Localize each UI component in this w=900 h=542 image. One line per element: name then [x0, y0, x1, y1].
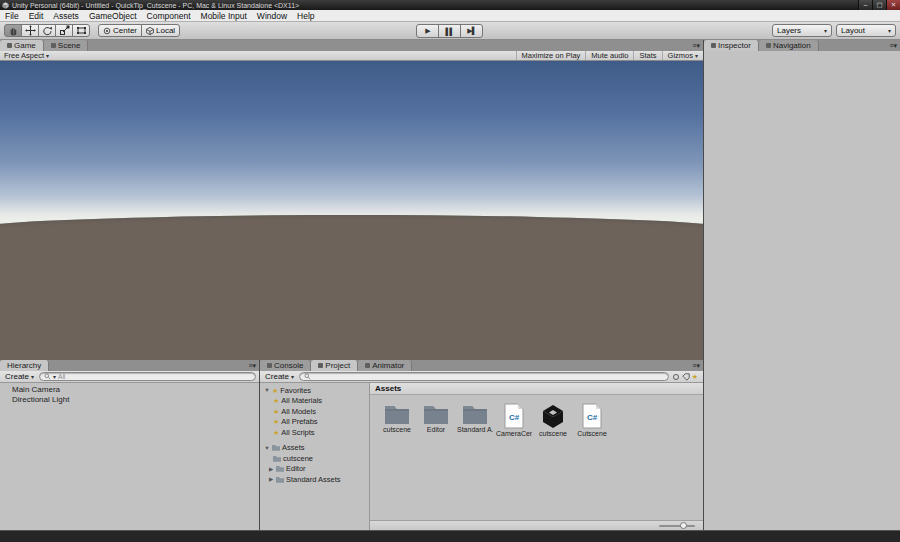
inspector-icon: [711, 43, 716, 48]
tree-favorites[interactable]: ▼ ★ Favorites: [260, 385, 369, 396]
layout-dropdown[interactable]: Layout ▾: [836, 24, 896, 37]
search-by-label-icon[interactable]: [682, 373, 690, 381]
rect-tool-button[interactable]: [72, 24, 90, 37]
step-icon: ▶▌: [467, 27, 475, 35]
stats-label: Stats: [639, 51, 656, 60]
tab-navigation[interactable]: Navigation: [759, 40, 819, 51]
slider-knob[interactable]: [680, 522, 687, 529]
menu-help[interactable]: Help: [292, 10, 319, 22]
menu-component[interactable]: Component: [142, 10, 196, 22]
star-icon: ★: [273, 418, 279, 425]
hierarchy-panel: Hierarchy ≡▾ Create ▾ ▾ All Main Camera …: [0, 360, 259, 530]
game-bar-buttons: Maximize on Play Mute audio Stats Gizmos…: [516, 51, 703, 60]
aspect-dropdown[interactable]: Free Aspect ▾: [0, 51, 53, 60]
asset-item-standard-assets-folder[interactable]: Standard A...: [458, 403, 492, 433]
tab-hierarchy[interactable]: Hierarchy: [0, 360, 49, 371]
gizmos-label: Gizmos: [668, 51, 693, 60]
folder-icon: [276, 465, 284, 472]
asset-item-editor-folder[interactable]: Editor: [419, 403, 453, 433]
menu-assets[interactable]: Assets: [48, 10, 84, 22]
maximize-icon[interactable]: ▢: [872, 0, 886, 10]
asset-item-cutscene-scene[interactable]: cutscene: [536, 403, 570, 437]
foldout-open-icon[interactable]: ▼: [264, 445, 270, 451]
tab-game-label: Game: [14, 40, 36, 51]
rotate-tool-button[interactable]: [38, 24, 56, 37]
icon-size-slider[interactable]: [659, 525, 695, 527]
csharp-script-icon: C#: [581, 403, 603, 429]
asset-item-cutscene-folder[interactable]: cutscene: [380, 403, 414, 433]
hand-tool-button[interactable]: [4, 24, 22, 37]
gizmos-button[interactable]: Gizmos▾: [662, 51, 703, 60]
game-render-viewport[interactable]: [0, 61, 703, 360]
search-filter-chevron-icon: ▾: [53, 373, 56, 380]
menu-file[interactable]: File: [0, 10, 24, 22]
game-tab-bar: Game Scene ≡▾: [0, 40, 703, 51]
chevron-down-icon: ▾: [888, 27, 891, 34]
play-button[interactable]: ▶: [416, 24, 439, 38]
stats-button[interactable]: Stats: [633, 51, 661, 60]
star-icon: ★: [273, 397, 279, 404]
tree-editor-folder[interactable]: ▶ Editor: [260, 464, 369, 475]
tree-all-models[interactable]: ★ All Models: [260, 406, 369, 417]
project-tree: ▼ ★ Favorites ★ All Materials ★ All Mode…: [260, 383, 370, 530]
menu-edit[interactable]: Edit: [24, 10, 49, 22]
hierarchy-item-directional-light[interactable]: Directional Light: [0, 395, 259, 405]
tree-all-materials[interactable]: ★ All Materials: [260, 396, 369, 407]
tab-console[interactable]: Console: [260, 360, 311, 371]
search-icon: [304, 373, 311, 380]
space-toggle-button[interactable]: Local: [141, 24, 180, 37]
assets-breadcrumb: Assets: [370, 383, 703, 395]
menu-gameobject[interactable]: GameObject: [84, 10, 142, 22]
tree-assets-root[interactable]: ▼ Assets: [260, 443, 369, 454]
maximize-on-play-button[interactable]: Maximize on Play: [516, 51, 586, 60]
hierarchy-create-button[interactable]: Create ▾: [3, 372, 36, 381]
search-by-type-icon[interactable]: [672, 373, 680, 381]
hierarchy-search-input[interactable]: ▾ All: [39, 372, 256, 381]
saved-search-star-icon[interactable]: ★: [692, 373, 698, 380]
move-tool-button[interactable]: [21, 24, 39, 37]
asset-item-cutscene-script[interactable]: C# Cutscene: [575, 403, 609, 437]
tab-project[interactable]: Project: [311, 360, 358, 371]
pivot-toggle-button[interactable]: Center: [98, 24, 142, 37]
pause-button[interactable]: ▌▌: [438, 24, 461, 38]
project-panel: Console Project Animator ≡▾ Create ▾: [260, 360, 703, 530]
menu-mobile-input[interactable]: Mobile Input: [196, 10, 252, 22]
menu-window[interactable]: Window: [252, 10, 292, 22]
folder-icon: [423, 403, 449, 425]
tree-all-prefabs[interactable]: ★ All Prefabs: [260, 417, 369, 428]
project-tab-bar: Console Project Animator ≡▾: [260, 360, 703, 371]
project-create-button[interactable]: Create ▾: [263, 372, 296, 381]
svg-text:C#: C#: [509, 413, 520, 422]
tree-all-scripts[interactable]: ★ All Scripts: [260, 427, 369, 438]
panel-menu-icon[interactable]: ≡▾: [245, 360, 259, 371]
favorites-star-icon: ★: [272, 387, 278, 394]
project-body: ▼ ★ Favorites ★ All Materials ★ All Mode…: [260, 383, 703, 530]
asset-item-cameracenter-script[interactable]: C# CameraCen...: [497, 403, 531, 437]
tab-animator[interactable]: Animator: [358, 360, 412, 371]
scale-tool-button[interactable]: [55, 24, 73, 37]
all-materials-label: All Materials: [281, 396, 322, 405]
step-button[interactable]: ▶▌: [460, 24, 483, 38]
search-hint: All: [58, 373, 65, 380]
hierarchy-item-main-camera[interactable]: Main Camera: [0, 385, 259, 395]
window-controls: – ▢ ✕: [858, 0, 900, 10]
tab-game[interactable]: Game: [0, 40, 44, 51]
tab-scene[interactable]: Scene: [44, 40, 89, 51]
foldout-closed-icon[interactable]: ▶: [268, 476, 274, 482]
mute-audio-button[interactable]: Mute audio: [585, 51, 633, 60]
foldout-closed-icon[interactable]: ▶: [268, 466, 274, 472]
panel-menu-icon[interactable]: ≡▾: [689, 360, 703, 371]
tree-standard-assets-folder[interactable]: ▶ Standard Assets: [260, 474, 369, 485]
minimize-icon[interactable]: –: [858, 0, 872, 10]
tree-cutscene-folder[interactable]: cutscene: [260, 453, 369, 464]
asset-label: cutscene: [539, 430, 567, 437]
layers-dropdown[interactable]: Layers ▾: [772, 24, 832, 37]
project-search-input[interactable]: [299, 372, 669, 381]
foldout-open-icon[interactable]: ▼: [264, 387, 270, 393]
center-pivot-icon: [103, 27, 111, 35]
tab-inspector[interactable]: Inspector: [704, 40, 759, 51]
panel-menu-icon[interactable]: ≡▾: [886, 40, 900, 51]
close-icon[interactable]: ✕: [886, 0, 900, 10]
panel-menu-icon[interactable]: ≡▾: [689, 40, 703, 51]
rotate-icon: [42, 25, 53, 36]
